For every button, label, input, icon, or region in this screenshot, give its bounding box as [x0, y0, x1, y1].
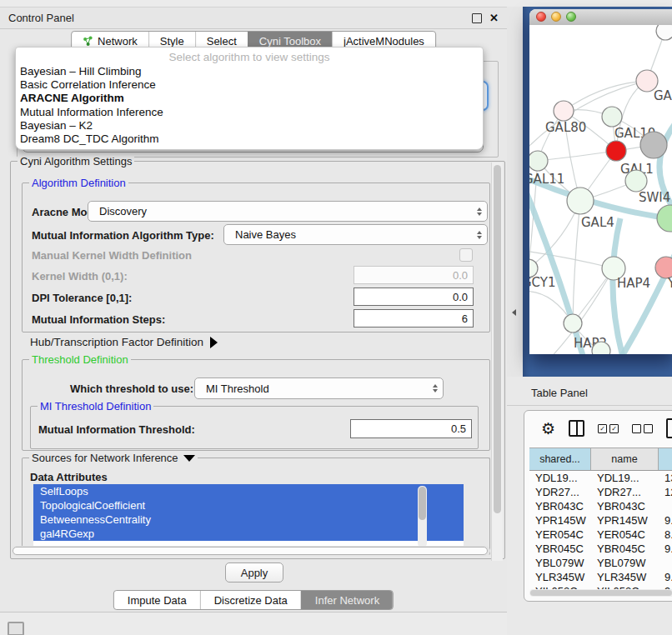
table-cell[interactable]: [659, 499, 672, 513]
attribute-list-item[interactable]: gal4RGexp: [33, 527, 464, 541]
table-cell[interactable]: 9.: [659, 570, 672, 584]
table-cell[interactable]: YBL079W: [529, 556, 591, 570]
table-row[interactable]: YDR27...YDR27...12: [529, 485, 672, 499]
network-node[interactable]: [657, 205, 672, 232]
network-node-gal80[interactable]: [554, 101, 574, 121]
algorithm-option[interactable]: Bayesian – Hill Climbing: [16, 65, 483, 78]
table-cell[interactable]: YDR27...: [591, 485, 659, 499]
table-cell[interactable]: YBR045C: [529, 542, 591, 556]
data-attributes-list[interactable]: SelfLoopsTopologicalCoefficientBetweenne…: [33, 484, 464, 551]
zoom-traffic-light-icon[interactable]: [566, 12, 576, 22]
table-cell[interactable]: YBR043C: [529, 499, 591, 513]
table-row[interactable]: YBL079WYBL079W: [529, 556, 672, 570]
network-node-swi4[interactable]: [625, 170, 647, 192]
algorithm-option[interactable]: Dream8 DC_TDC Algorithm: [16, 132, 483, 146]
table-cell[interactable]: YBR045C: [591, 542, 659, 556]
network-node-gal4[interactable]: [567, 188, 594, 214]
which-threshold-combobox[interactable]: MI Threshold: [194, 378, 444, 399]
tab-discretize-data[interactable]: Discretize Data: [200, 591, 301, 609]
tab-impute-data[interactable]: Impute Data: [114, 591, 200, 609]
table-cell[interactable]: YDR27...: [529, 485, 591, 499]
table-row[interactable]: YDL19...YDL19...13: [529, 471, 672, 485]
algorithm-option[interactable]: ARACNE Algorithm: [16, 92, 483, 105]
network-view-window[interactable]: GALGAL80GAL10GAL1GAL11SWI4GAL4GCY1HAP4YH…: [529, 9, 672, 354]
table-row[interactable]: YER054CYER054C8.: [529, 528, 672, 542]
mi-threshold-field[interactable]: 0.5: [350, 419, 472, 438]
network-edge[interactable]: [529, 81, 647, 157]
mi-steps-field[interactable]: 6: [354, 309, 474, 328]
network-edge[interactable]: [564, 81, 647, 111]
table-row[interactable]: YBR043CYBR043C: [529, 499, 672, 513]
table-cell[interactable]: YPR145W: [591, 513, 659, 528]
table-cell[interactable]: 9.: [659, 513, 672, 528]
close-traffic-light-icon[interactable]: [536, 12, 546, 22]
attribute-list-item[interactable]: TopologicalCoefficient: [33, 498, 464, 512]
divider: [507, 405, 672, 406]
table-cell[interactable]: YDL19...: [591, 471, 659, 485]
table-cell[interactable]: 13: [659, 471, 672, 485]
scrollbar-thumb[interactable]: [530, 590, 672, 596]
sources-group-title[interactable]: Sources for Network Inference: [29, 452, 198, 464]
table-cell[interactable]: YER054C: [591, 528, 659, 542]
table-cell[interactable]: YBR043C: [591, 499, 659, 513]
table-cell[interactable]: YDL19...: [529, 471, 591, 485]
scrollbar-thumb[interactable]: [13, 547, 488, 555]
network-window-titlebar[interactable]: [529, 9, 672, 26]
algorithm-option[interactable]: Mutual Information Inference: [16, 106, 483, 119]
panel-splitter[interactable]: [507, 7, 524, 377]
settings-gear-icon[interactable]: ⚙: [541, 421, 555, 437]
attributes-list-scrollbar[interactable]: [418, 486, 427, 548]
table-cell[interactable]: YLR345W: [529, 570, 591, 584]
scrollbar-thumb[interactable]: [494, 165, 501, 513]
column-header-clipped[interactable]: A: [659, 448, 672, 470]
network-node-gal1[interactable]: [606, 141, 626, 161]
table-row[interactable]: YPR145WYPR145W9.: [529, 513, 672, 528]
network-node-gal11[interactable]: [529, 151, 548, 171]
dock-panel-mini-button[interactable]: [8, 622, 24, 635]
algorithm-option[interactable]: Bayesian – K2: [16, 119, 483, 132]
settings-vertical-scrollbar[interactable]: [491, 162, 503, 561]
document-icon[interactable]: [666, 418, 672, 438]
table-cell[interactable]: YBL079W: [591, 556, 659, 570]
network-edge[interactable]: [529, 250, 614, 268]
float-window-icon[interactable]: [472, 13, 482, 23]
network-node-gal10[interactable]: [602, 107, 622, 127]
attribute-list-item[interactable]: SelfLoops: [33, 484, 464, 498]
column-header-name[interactable]: name: [591, 448, 659, 470]
minimize-traffic-light-icon[interactable]: [551, 12, 561, 22]
settings-horizontal-scrollbar[interactable]: [12, 546, 490, 556]
table-cell[interactable]: YPR145W: [529, 513, 591, 528]
table-row[interactable]: YBR045CYBR045C9.: [529, 542, 672, 556]
hub-section-toggle[interactable]: Hub/Transcription Factor Definition: [30, 336, 218, 348]
manual-kernel-checkbox[interactable]: [459, 248, 473, 262]
kernel-width-field[interactable]: 0.0: [354, 266, 474, 284]
network-edge[interactable]: [538, 151, 616, 161]
hide-all-columns-icon[interactable]: [632, 424, 653, 433]
network-canvas[interactable]: GALGAL80GAL10GAL1GAL11SWI4GAL4GCY1HAP4YH…: [529, 25, 672, 354]
dpi-tolerance-field[interactable]: 0.0: [354, 288, 474, 306]
network-node-hap2[interactable]: [564, 314, 582, 332]
table-row[interactable]: YLR345WYLR345W9.: [529, 570, 672, 584]
network-node[interactable]: [656, 25, 672, 40]
collapse-left-icon[interactable]: [512, 309, 516, 316]
mi-type-combobox[interactable]: Naive Bayes: [223, 224, 488, 245]
attribute-list-item[interactable]: BetweennessCentrality: [33, 512, 464, 527]
split-columns-icon[interactable]: [569, 420, 584, 437]
table-cell[interactable]: YER054C: [529, 528, 591, 542]
table-cell[interactable]: [659, 556, 672, 570]
network-edge[interactable]: [573, 201, 580, 323]
table-cell[interactable]: YLR345W: [591, 570, 659, 584]
apply-button[interactable]: Apply: [225, 562, 283, 582]
column-header-shared-name[interactable]: shared...: [529, 448, 591, 470]
table-cell[interactable]: 9.: [659, 542, 672, 556]
show-all-columns-icon[interactable]: ✓✓: [598, 424, 619, 433]
close-icon[interactable]: ✕: [489, 12, 499, 23]
table-cell[interactable]: 12: [659, 485, 672, 499]
table-cell[interactable]: 8.: [659, 528, 672, 542]
algorithm-option[interactable]: Basic Correlation Inference: [16, 78, 483, 92]
tab-infer-network[interactable]: Infer Network: [301, 591, 393, 609]
table-body[interactable]: YDL19...YDL19...13YDR27...YDR27...12YBR0…: [529, 471, 672, 589]
table-horizontal-scrollbar[interactable]: [529, 589, 672, 597]
aracne-mode-combobox[interactable]: Discovery: [88, 201, 488, 222]
network-node[interactable]: [640, 132, 667, 158]
